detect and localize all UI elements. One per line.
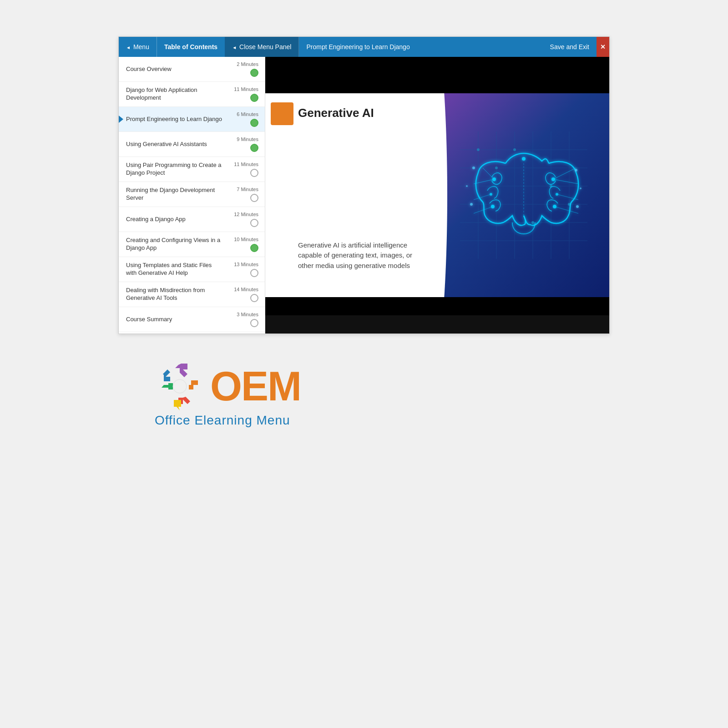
- toc-item-title-5: Running the Django Development Server: [124, 187, 223, 202]
- toc-item-time-9: 14 Minutes: [234, 287, 258, 292]
- toc-item-time-4: 11 Minutes: [234, 162, 258, 167]
- toc-item-1[interactable]: Django for Web Application Development11…: [119, 82, 265, 107]
- slide-left: Generative AI Generative AI is artificia…: [265, 93, 438, 297]
- slide-body: Generative AI is artificial intelligence…: [298, 240, 425, 285]
- toc-item-10[interactable]: Course Summary3 Minutes: [119, 307, 265, 332]
- menu-button[interactable]: Menu: [119, 37, 157, 57]
- toc-item-title-8: Using Templates and Static Files with Ge…: [124, 262, 223, 277]
- svg-marker-43: [162, 383, 173, 389]
- save-exit-button[interactable]: Save and Exit: [543, 37, 597, 57]
- svg-line-27: [474, 194, 491, 200]
- status-circle-10: [250, 319, 258, 327]
- toc-item-title-4: Using Pair Programming to Create a Djang…: [124, 162, 223, 177]
- sidebar-toc: Course Overview2 MinutesDjango for Web A…: [119, 57, 265, 334]
- toc-item-title-7: Creating and Configuring Views in a Djan…: [124, 237, 223, 252]
- toc-item-title-1: Django for Web Application Development: [124, 86, 223, 102]
- toc-item-meta-10: 3 Minutes: [223, 312, 258, 327]
- toc-item-time-0: 2 Minutes: [237, 61, 258, 67]
- svg-point-14: [513, 148, 516, 151]
- oem-tagline: Office Elearning Menu: [155, 413, 290, 428]
- black-bar-bottom: [265, 315, 609, 334]
- toc-item-2[interactable]: Prompt Engineering to Learn Django6 Minu…: [119, 107, 265, 132]
- main-content: Course Overview2 MinutesDjango for Web A…: [119, 57, 609, 334]
- svg-marker-44: [163, 369, 170, 381]
- black-bar-top: [265, 57, 609, 75]
- toc-label: Table of Contents: [157, 43, 225, 51]
- slide-area: Generative AI Generative AI is artificia…: [265, 75, 609, 315]
- toc-item-time-3: 9 Minutes: [237, 136, 258, 142]
- svg-point-13: [495, 167, 498, 169]
- status-circle-4: [250, 169, 258, 177]
- wave-divider: [438, 93, 461, 297]
- oem-icon: [155, 361, 205, 411]
- toc-item-meta-0: 2 Minutes: [223, 61, 258, 77]
- toc-item-title-2: Prompt Engineering to Learn Django: [124, 116, 223, 123]
- chevron-left-icon-2: [232, 43, 237, 51]
- toc-item-meta-9: 14 Minutes: [223, 287, 258, 302]
- chevron-left-icon: [126, 43, 131, 51]
- slide-content: Generative AI Generative AI is artificia…: [265, 93, 609, 297]
- toc-item-meta-8: 13 Minutes: [223, 262, 258, 277]
- svg-point-21: [522, 157, 526, 161]
- slide-title: Generative AI: [298, 106, 425, 120]
- toc-item-title-9: Dealing with Misdirection from Generativ…: [124, 287, 223, 302]
- toc-item-4[interactable]: Using Pair Programming to Create a Djang…: [119, 157, 265, 182]
- toc-item-3[interactable]: Using Generative AI Assistants9 Minutes: [119, 132, 265, 157]
- toc-item-8[interactable]: Using Templates and Static Files with Ge…: [119, 257, 265, 282]
- toc-item-time-5: 7 Minutes: [237, 187, 258, 192]
- lms-player: Menu Table of Contents Close Menu Panel …: [118, 36, 610, 334]
- logo-row: OEM: [155, 361, 301, 411]
- toc-item-11[interactable]: Course Test9 Questions: [119, 332, 265, 334]
- toc-item-time-1: 11 Minutes: [234, 86, 258, 92]
- status-circle-0: [250, 69, 258, 77]
- svg-line-32: [555, 207, 578, 213]
- toc-item-5[interactable]: Running the Django Development Server7 M…: [119, 182, 265, 207]
- toc-item-meta-1: 11 Minutes: [223, 86, 258, 102]
- status-circle-8: [250, 269, 258, 277]
- status-circle-3: [250, 144, 258, 152]
- svg-point-16: [531, 221, 534, 224]
- toc-item-meta-4: 11 Minutes: [223, 162, 258, 177]
- orange-accent-block: [271, 102, 293, 125]
- course-title: Prompt Engineering to Learn Django: [299, 43, 542, 51]
- status-circle-2: [250, 119, 258, 127]
- toc-item-7[interactable]: Creating and Configuring Views in a Djan…: [119, 232, 265, 257]
- toc-item-meta-3: 9 Minutes: [223, 136, 258, 152]
- svg-marker-42: [174, 400, 181, 410]
- toc-item-meta-2: 6 Minutes: [223, 111, 258, 127]
- menu-label: Menu: [133, 43, 149, 51]
- status-circle-5: [250, 194, 258, 202]
- svg-marker-39: [175, 364, 187, 377]
- svg-point-38: [576, 205, 579, 208]
- svg-line-30: [553, 179, 578, 184]
- status-circle-6: [250, 219, 258, 227]
- svg-point-12: [477, 148, 480, 151]
- status-circle-9: [250, 294, 258, 302]
- toc-item-time-6: 12 Minutes: [234, 212, 258, 217]
- toc-item-6[interactable]: Creating a Django App12 Minutes: [119, 207, 265, 232]
- svg-line-25: [483, 168, 494, 179]
- svg-point-35: [470, 203, 473, 206]
- close-panel-button[interactable]: Close Menu Panel: [225, 37, 299, 57]
- svg-line-26: [474, 179, 494, 184]
- brain-image: [460, 131, 587, 259]
- toc-item-meta-5: 7 Minutes: [223, 187, 258, 202]
- toc-item-title-6: Creating a Django App: [124, 216, 223, 223]
- svg-marker-40: [189, 380, 198, 389]
- svg-point-37: [580, 187, 581, 189]
- svg-point-45: [173, 379, 187, 393]
- toc-item-meta-7: 10 Minutes: [223, 237, 258, 252]
- top-nav: Menu Table of Contents Close Menu Panel …: [119, 37, 609, 57]
- slide-right-image: [438, 93, 609, 297]
- toc-item-time-2: 6 Minutes: [237, 111, 258, 117]
- svg-point-36: [575, 169, 577, 172]
- active-arrow: [119, 116, 123, 123]
- toc-item-0[interactable]: Course Overview2 Minutes: [119, 57, 265, 82]
- toc-item-title-0: Course Overview: [124, 66, 223, 73]
- toc-item-title-3: Using Generative AI Assistants: [124, 141, 223, 148]
- close-x-button[interactable]: ✕: [597, 37, 609, 57]
- toc-item-meta-6: 12 Minutes: [223, 212, 258, 227]
- close-panel-label: Close Menu Panel: [239, 43, 291, 51]
- logo-section: OEM Office Elearning Menu: [118, 361, 610, 428]
- toc-item-9[interactable]: Dealing with Misdirection from Generativ…: [119, 282, 265, 307]
